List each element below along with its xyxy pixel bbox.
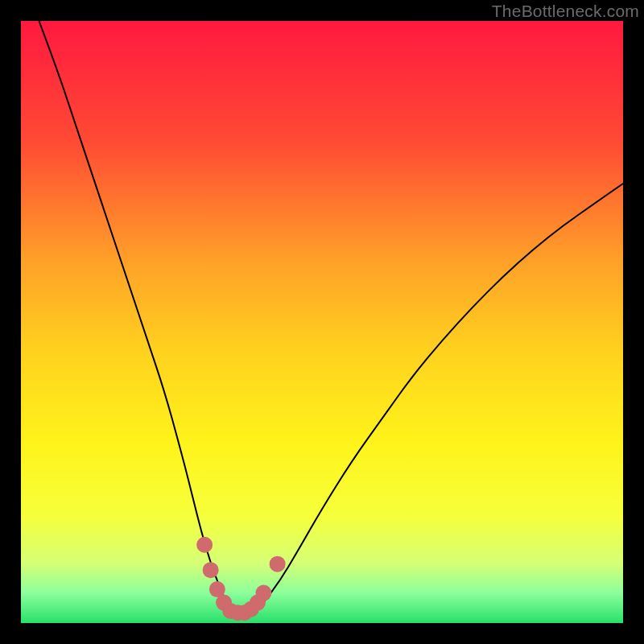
marker-dot: [196, 537, 213, 553]
marker-dot: [270, 556, 286, 572]
marker-dot: [255, 585, 271, 601]
chart-frame: [21, 21, 623, 623]
marker-dot: [203, 562, 219, 578]
gradient-background: [21, 21, 623, 623]
bottleneck-chart: [21, 21, 623, 623]
watermark-text: TheBottleneck.com: [492, 2, 639, 21]
